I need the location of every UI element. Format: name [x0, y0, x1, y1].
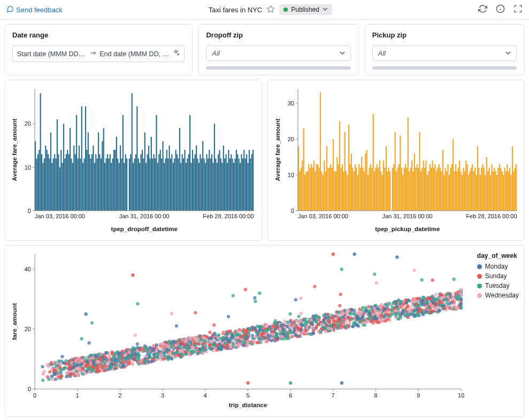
scrollbar-track[interactable]	[206, 66, 350, 70]
svg-point-555	[375, 281, 378, 284]
svg-rect-361	[510, 175, 511, 211]
svg-point-749	[134, 333, 137, 337]
svg-point-2374	[108, 355, 111, 358]
svg-point-2573	[165, 341, 168, 344]
svg-rect-228	[339, 121, 340, 210]
svg-rect-290	[419, 132, 420, 211]
svg-point-2543	[68, 373, 72, 377]
svg-point-2538	[286, 320, 289, 324]
svg-rect-28	[57, 119, 58, 211]
svg-point-2598	[216, 343, 219, 346]
svg-rect-18	[44, 158, 45, 211]
svg-point-2312	[272, 333, 275, 336]
svg-rect-231	[343, 171, 344, 211]
svg-point-2161	[254, 327, 257, 330]
svg-rect-197	[299, 171, 300, 211]
svg-rect-73	[114, 150, 116, 211]
fullscreen-icon[interactable]	[513, 4, 523, 15]
chart-pickup: 0102030Jan 03, 2016 00:00Jan 31, 2016 00…	[267, 80, 525, 241]
svg-point-2422	[320, 323, 323, 326]
pickup-zip-select[interactable]: All	[372, 45, 517, 61]
svg-rect-272	[396, 171, 397, 211]
svg-rect-239	[353, 171, 354, 211]
svg-point-2438	[341, 313, 344, 316]
svg-rect-173	[243, 150, 244, 211]
send-feedback-link[interactable]: Send feedback	[6, 5, 63, 14]
svg-rect-251	[369, 168, 370, 211]
svg-rect-357	[505, 171, 506, 211]
svg-point-1975	[194, 311, 197, 314]
svg-rect-236	[349, 164, 350, 211]
svg-point-2318	[232, 343, 235, 346]
svg-point-2240	[74, 370, 78, 373]
svg-point-2537	[392, 301, 395, 304]
svg-rect-127	[184, 150, 185, 211]
svg-rect-266	[388, 168, 389, 211]
star-icon[interactable]	[266, 5, 275, 15]
legend-dot-icon	[477, 293, 482, 298]
svg-rect-96	[144, 132, 145, 210]
status-dropdown[interactable]: Published	[279, 4, 332, 15]
svg-rect-304	[437, 168, 438, 211]
filter-label-date: Date range	[12, 31, 185, 39]
svg-point-2504	[319, 330, 322, 333]
svg-rect-348	[494, 168, 495, 211]
svg-point-2442	[97, 353, 101, 356]
svg-rect-152	[217, 163, 218, 210]
svg-point-2614	[267, 327, 271, 331]
svg-point-2359	[445, 306, 448, 309]
sparkle-icon[interactable]	[172, 49, 180, 58]
svg-point-2481	[417, 310, 420, 314]
svg-point-2096	[339, 323, 342, 326]
svg-text:10: 10	[287, 172, 294, 178]
svg-point-2608	[131, 273, 134, 277]
svg-point-2588	[226, 332, 229, 335]
svg-rect-353	[500, 168, 501, 211]
date-range-input[interactable]: Start date (MMM DD,… End date (MMM DD, …	[12, 45, 185, 62]
svg-point-2269	[330, 316, 333, 319]
svg-point-2553	[238, 340, 241, 343]
svg-point-2590	[428, 310, 431, 314]
legend-label: Wednesday	[485, 292, 519, 299]
svg-point-720	[253, 296, 256, 299]
svg-point-2622	[395, 255, 398, 258]
svg-rect-220	[328, 168, 329, 211]
svg-rect-249	[366, 150, 367, 211]
legend-item[interactable]: Tuesday	[477, 282, 519, 289]
svg-rect-130	[188, 154, 189, 211]
svg-rect-274	[398, 164, 399, 211]
scrollbar-track[interactable]	[372, 66, 517, 70]
svg-point-2389	[347, 309, 350, 312]
svg-point-1995	[127, 350, 131, 353]
svg-rect-67	[107, 154, 108, 211]
svg-point-2406	[343, 309, 346, 312]
svg-point-2449	[378, 311, 381, 315]
svg-point-1746	[313, 318, 316, 321]
svg-point-2455	[304, 329, 307, 332]
svg-point-2526	[260, 333, 263, 336]
svg-point-2451	[201, 347, 204, 350]
svg-point-2476	[186, 337, 189, 340]
refresh-icon[interactable]	[478, 4, 487, 15]
svg-rect-84	[129, 158, 130, 211]
legend-item[interactable]: Sunday	[477, 272, 519, 280]
svg-text:trip_distance: trip_distance	[229, 402, 267, 408]
legend-item[interactable]: Monday	[477, 263, 519, 270]
svg-rect-25	[53, 158, 54, 211]
dropoff-zip-select[interactable]: All	[206, 45, 350, 61]
svg-point-967	[175, 324, 178, 327]
svg-point-2239	[78, 368, 81, 371]
legend-item[interactable]: Wednesday	[477, 292, 519, 299]
svg-point-1242	[87, 341, 90, 345]
svg-point-2494	[378, 305, 381, 308]
svg-point-2413	[456, 307, 459, 310]
svg-rect-105	[156, 115, 157, 211]
svg-rect-218	[326, 146, 327, 211]
bar-chart-pickup: 0102030Jan 03, 2016 00:00Jan 31, 2016 00…	[272, 85, 520, 234]
info-icon[interactable]	[496, 4, 505, 15]
svg-rect-341	[485, 175, 486, 211]
svg-rect-92	[139, 163, 140, 210]
svg-rect-340	[483, 168, 484, 211]
svg-rect-40	[72, 163, 73, 210]
svg-point-2535	[336, 310, 340, 314]
